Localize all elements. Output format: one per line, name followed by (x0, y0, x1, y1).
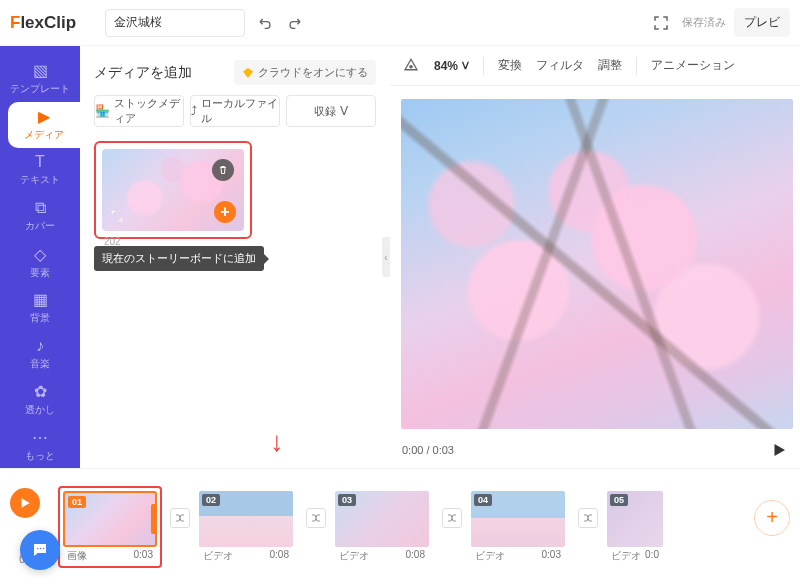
chat-support-button[interactable] (20, 530, 60, 570)
panel-collapse-handle[interactable]: ‹ (382, 237, 390, 277)
sidebar-item-watermark[interactable]: ✿透かし (0, 376, 80, 422)
sidebar-item-templates[interactable]: ▧テンプレート (0, 56, 80, 102)
sidebar-item-more[interactable]: ⋯もっと (0, 422, 80, 468)
clip-thumbnail[interactable]: 03 (335, 491, 429, 547)
transition-button-4[interactable] (578, 508, 598, 528)
tool-animation[interactable]: アニメーション (651, 57, 735, 74)
sidebar-item-text[interactable]: Tテキスト (0, 148, 80, 194)
tool-adjust[interactable]: 調整 (598, 57, 622, 74)
main: ▧テンプレート ▶メディア Tテキスト ⧉カバー ◇要素 ▦背景 ♪音楽 ✿透か… (0, 46, 800, 468)
media-icon: ▶ (38, 107, 50, 126)
time-display: 0:00 / 0:03 (402, 444, 454, 456)
clip-type: ビデオ (475, 549, 505, 563)
sidebar-item-background[interactable]: ▦背景 (0, 285, 80, 331)
clip-2[interactable]: 02 ビデオ0:08 (194, 486, 298, 568)
undo-redo-group (253, 10, 307, 36)
clip-number-badge: 03 (338, 494, 356, 506)
clip-1[interactable]: 01 画像 0:03 (58, 486, 162, 568)
panel-header: メディアを追加 クラウドをオンにする (94, 60, 376, 85)
sidebar-item-cover[interactable]: ⧉カバー (0, 193, 80, 239)
tab-stock-media[interactable]: 🏪ストックメディア (94, 95, 184, 127)
clip-type: 画像 (67, 549, 87, 563)
clip-type: ビデオ (339, 549, 369, 563)
top-bar: FlexClip 保存済み プレビ (0, 0, 800, 46)
redo-button[interactable] (281, 10, 307, 36)
panel-title: メディアを追加 (94, 64, 192, 82)
transition-icon (174, 512, 186, 524)
clip-5[interactable]: 05 ビデオ0:0 (602, 486, 668, 568)
elements-icon: ◇ (34, 245, 46, 264)
chevron-down-icon: ᐯ (340, 104, 348, 118)
saved-status: 保存済み (682, 15, 726, 30)
clip-number-badge: 04 (474, 494, 492, 506)
sidebar-item-label: メディア (24, 128, 64, 142)
clip-highlight: 01 画像 0:03 (58, 486, 162, 568)
clip-duration: 0:03 (542, 549, 561, 563)
sidebar-item-music[interactable]: ♪音楽 (0, 331, 80, 377)
clip-thumbnail[interactable]: 01 (63, 491, 157, 547)
timeline-play-button[interactable] (10, 488, 40, 518)
tab-label: ストックメディア (114, 96, 183, 126)
expand-icon (110, 209, 124, 223)
text-icon: T (35, 153, 45, 171)
play-button[interactable] (770, 441, 788, 459)
cloud-toggle-button[interactable]: クラウドをオンにする (234, 60, 376, 85)
tool-transform[interactable]: 変換 (498, 57, 522, 74)
project-title-input[interactable] (105, 9, 245, 37)
clip-thumbnail[interactable]: 05 (607, 491, 663, 547)
media-tabs: 🏪ストックメディア ⤴ローカルファイル 収録ᐯ (94, 95, 376, 127)
transition-button-2[interactable] (306, 508, 326, 528)
clip-number-badge: 02 (202, 494, 220, 506)
preview-button[interactable]: プレビ (734, 8, 790, 37)
tab-record[interactable]: 収録ᐯ (286, 95, 376, 127)
add-to-storyboard-button[interactable]: + (214, 201, 236, 223)
watermark-icon: ✿ (34, 382, 47, 401)
add-clip-button[interactable]: + (754, 500, 790, 536)
media-panel: メディアを追加 クラウドをオンにする 🏪ストックメディア ⤴ローカルファイル 収… (80, 46, 390, 468)
clip-duration: 0:0 (645, 549, 659, 563)
delete-media-button[interactable] (212, 159, 234, 181)
clip-duration: 0:03 (134, 549, 153, 563)
zoom-dropdown[interactable]: 84%ᐯ (434, 59, 469, 73)
music-icon: ♪ (36, 337, 44, 355)
store-icon: 🏪 (95, 104, 110, 118)
transition-icon (446, 512, 458, 524)
clip-number-badge: 05 (610, 494, 628, 506)
canvas[interactable] (401, 99, 793, 429)
clip-trim-handle[interactable] (151, 504, 157, 534)
more-icon: ⋯ (32, 428, 48, 447)
clip-4[interactable]: 04 ビデオ0:03 (466, 486, 570, 568)
palette-icon[interactable] (402, 57, 420, 75)
svg-point-0 (410, 65, 412, 67)
template-icon: ▧ (33, 61, 48, 80)
separator (483, 57, 484, 75)
tab-label: ローカルファイル (201, 96, 279, 126)
svg-point-2 (40, 548, 42, 550)
clip-type: ビデオ (611, 549, 641, 563)
tool-filter[interactable]: フィルタ (536, 57, 584, 74)
transition-button-1[interactable] (170, 508, 190, 528)
sidebar-item-label: テキスト (20, 173, 60, 187)
sidebar-item-label: 要素 (30, 266, 50, 280)
clip-3[interactable]: 03 ビデオ0:08 (330, 486, 434, 568)
canvas-toolbar: 84%ᐯ 変換 フィルタ 調整 アニメーション (390, 46, 800, 86)
sidebar-item-media[interactable]: ▶メディア (8, 102, 80, 148)
sidebar-item-elements[interactable]: ◇要素 (0, 239, 80, 285)
timeline: 0:29 01 画像 0:03 02 ビデオ0:08 03 ビデオ0:08 (0, 468, 800, 584)
tab-label: 収録 (314, 104, 336, 119)
separator (636, 57, 637, 75)
tab-local-file[interactable]: ⤴ローカルファイル (190, 95, 280, 127)
undo-button[interactable] (253, 10, 279, 36)
fullscreen-button[interactable] (648, 10, 674, 36)
media-thumbnail[interactable]: + (102, 149, 244, 231)
clip-thumbnail[interactable]: 04 (471, 491, 565, 547)
cover-icon: ⧉ (35, 199, 46, 217)
clip-duration: 0:08 (406, 549, 425, 563)
transition-button-3[interactable] (442, 508, 462, 528)
sidebar-item-label: 背景 (30, 311, 50, 325)
diamond-icon (242, 67, 254, 79)
clip-footer: 画像 0:03 (63, 547, 157, 563)
annotation-arrow-icon: ↓ (270, 426, 284, 458)
clip-type: ビデオ (203, 549, 233, 563)
clip-thumbnail[interactable]: 02 (199, 491, 293, 547)
